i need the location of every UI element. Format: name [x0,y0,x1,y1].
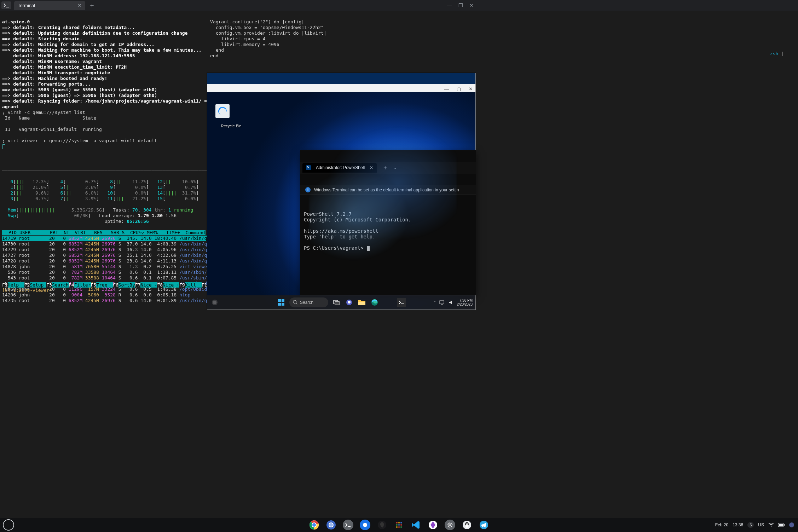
svg-rect-2 [278,299,281,302]
tmux-statusbar: [0] 1:virt-viewer* [2,288,207,293]
tray-chevron-icon[interactable]: ˄ [434,301,436,305]
ps-terminal-body[interactable]: PowerShell 7.2.7 Copyright (c) Microsoft… [300,206,476,256]
left-pane: at.spice.0 ==> default: Creating shared … [2,13,207,155]
close-tab-icon[interactable]: ✕ [77,2,82,8]
svg-rect-3 [282,299,284,302]
svg-rect-5 [282,303,284,306]
htop-row[interactable]: 14728 root 20 0 6852M 4245M 26976 S 23.8… [2,258,218,264]
windows-taskbar[interactable]: Search ˄ 7:36 PM2/20/2023 [207,295,475,310]
windows-desktop[interactable]: Recycle Bin Administrator: PowerShell ✕ … [207,92,475,310]
htop-row[interactable]: 543 root 20 0 782M 33588 10464 S 0.6 0.1… [2,275,218,281]
system-tray[interactable]: ˄ 7:36 PM2/20/2023 [434,299,473,306]
svg-rect-13 [440,301,444,304]
svg-rect-4 [278,303,281,306]
htop-row[interactable]: 14735 root 20 0 6852M 4245M 26976 S 0.6 … [2,298,218,303]
network-icon[interactable] [439,300,445,305]
terminal-body[interactable]: at.spice.0 ==> default: Creating shared … [0,11,476,318]
right-pane: Vagrant.configure("2") do |config| confi… [210,13,476,64]
minimize-button[interactable]: — [447,2,452,8]
ps-info-banner[interactable]: i Windows Terminal can be set as the def… [300,185,476,195]
svg-rect-11 [358,302,365,305]
htop-header: PID USER PRI NI VIRT RES SHR S CPU%▽ MEM… [2,230,206,235]
htop-row[interactable]: 14730 root 20 0 6852M 4245M 26976 S 37.0… [2,241,218,247]
ps-tab-dropdown-icon[interactable]: ⌄ [394,166,397,170]
maximize-button[interactable]: ❐ [458,2,463,8]
ps-banner-text: Windows Terminal can be set as the defau… [314,187,459,192]
svg-point-10 [348,301,351,303]
ps-new-tab-button[interactable]: ＋ [382,164,388,172]
edge-icon[interactable] [370,298,379,307]
powershell-icon [306,165,311,170]
ps-cursor-icon [367,246,370,251]
vv-minimize-button[interactable]: — [444,86,449,92]
htop-row[interactable]: 14878 john 20 0 581M 76580 55144 S 1.3 0… [2,264,218,269]
close-button[interactable]: ✕ [469,2,474,8]
ps-tab[interactable]: Administrator: PowerShell ✕ [302,163,377,173]
info-icon: i [305,187,311,192]
virt-viewer-cmd: ; virt-viewer -c qemu:///system -a vagra… [2,138,157,143]
terminal-tab-title: Terminal [18,3,35,8]
htop-swp-label: Swp [8,213,16,218]
ps-tab-close-icon[interactable]: ✕ [370,165,373,170]
taskbar-search[interactable]: Search [289,297,328,307]
terminal-tabbar: Terminal ✕ ＋ — ❐ ✕ [0,0,476,11]
new-tab-button[interactable]: ＋ [89,1,95,10]
vv-maximize-button[interactable]: ▢ [457,86,461,92]
recycle-bin-icon[interactable]: Recycle Bin [212,96,233,132]
recycle-bin-glyph [215,104,230,118]
virsh-cmd: ; virsh -c qemu:///system list [2,110,85,115]
ps-tab-title: Administrator: PowerShell [316,165,365,170]
htop-row[interactable]: 14727 root 20 0 6852M 4245M 26976 S 35.1… [2,253,218,258]
terminal-app-icon [1,1,11,9]
htop-fkeys: F1Help F2Setup F3SearchF4FilterF5Tree F6… [2,282,207,288]
chat-icon[interactable] [345,298,354,307]
virsh-sep: ----------------------------------------… [2,121,116,126]
svg-rect-8 [335,301,339,305]
htop-mem-label: Mem [8,207,16,213]
ps-tabstrip: Administrator: PowerShell ✕ ＋ ⌄ [300,162,476,174]
htop-row[interactable]: 536 root 20 0 782M 33588 10464 S 0.6 0.1… [2,270,221,275]
volume-icon[interactable] [449,300,453,305]
terminal-tab[interactable]: Terminal ✕ [14,1,85,10]
powershell-window[interactable]: Administrator: PowerShell ✕ ＋ ⌄ i Window… [300,150,476,295]
htop-row[interactable]: 14729 root 20 0 6852M 4245M 26976 S 36.3… [2,247,218,252]
vv-close-button[interactable]: ✕ [469,86,473,92]
task-view-icon[interactable] [332,298,341,307]
vagrant-output: at.spice.0 ==> default: Creating shared … [2,19,218,109]
taskbar-clock[interactable]: 7:36 PM2/20/2023 [457,299,473,306]
vagrantfile-content: Vagrant.configure("2") do |config| confi… [210,19,326,58]
svg-point-6 [293,300,296,303]
file-explorer-icon[interactable] [357,298,366,307]
window-controls: — ❐ ✕ [447,2,474,8]
cursor-icon [2,144,5,149]
virt-viewer-window[interactable]: — ▢ ✕ File View Send key Help Recycle Bi… [207,73,476,310]
htop-row-selected[interactable]: 14719 root 20 0 6852M 4245M 26976 S 145.… [2,236,221,241]
virsh-header: Id Name State [2,115,96,121]
virsh-row: 11 vagrant-win11_default running [2,127,102,132]
htop-mem-value: 5.33G/29.5G [71,207,102,213]
start-button[interactable] [277,298,286,307]
windows-terminal-icon[interactable] [397,298,406,307]
